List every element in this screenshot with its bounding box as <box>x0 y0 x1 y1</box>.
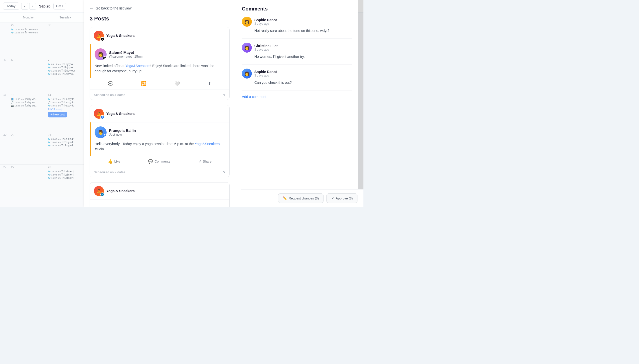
col-header-monday: Monday <box>10 12 47 22</box>
comments-action-2[interactable]: 💬 Comments <box>148 159 170 164</box>
day-6: 6 <box>11 58 46 62</box>
approve-button[interactable]: ✓ Approve (3) <box>326 194 357 203</box>
comment-item-1: 👩 Sophie Danot 3 days ago Not really sur… <box>242 17 352 34</box>
day-20: 20 <box>11 133 46 136</box>
post-link-1[interactable]: Yoga&Sneakers <box>125 64 150 68</box>
comment-time-2: 3 days ago <box>254 48 278 51</box>
comment-header-2: 👩 Christine Filet 3 days ago <box>242 43 352 52</box>
author-social-badge-2: f <box>103 134 107 138</box>
timezone-label: GMT <box>53 3 66 10</box>
comment-avatar-1: 👩 <box>242 17 252 27</box>
day-28: 28 <box>48 166 83 169</box>
all-posts-link[interactable]: All (13 posts) <box>48 108 83 111</box>
comment-text-1: Not really sure about the tone on this o… <box>254 28 352 34</box>
comment-item-2: 👩 Christine Filet 3 days ago No worries.… <box>242 43 352 59</box>
divider-2 <box>242 64 352 64</box>
cal-event: 🐦12:04 pmTr Let's enj <box>48 173 83 176</box>
checkmark-icon: ✓ <box>331 196 334 200</box>
post-card-header-3: 🧘 in Yoga & Sneakers <box>90 182 229 200</box>
like-label: Like <box>114 160 120 163</box>
brand-name-3: Yoga & Sneakers <box>106 189 135 193</box>
retweet-action[interactable]: 🔁 <box>141 81 146 86</box>
cal-event: 🐦11:55 amTr How com <box>11 31 46 34</box>
like-icon: 👍 <box>108 159 113 164</box>
comment-author-info-2: Christine Filet 3 days ago <box>254 44 278 51</box>
post-content-3-empty <box>90 200 229 207</box>
post-card-2: 🧘 f Yoga & Sneakers 👨 f François Bailin … <box>90 105 230 177</box>
facebook-badge-2: f <box>100 115 104 119</box>
post-author-row-2: 👨 f François Bailin Just now <box>95 126 226 138</box>
author-info-2: François Bailin Just now <box>109 128 136 136</box>
comment-avatar-img-1: 👩 <box>242 17 252 27</box>
comment-text-3: Can you check this out? <box>254 80 352 85</box>
like-action-2[interactable]: 👍 Like <box>108 159 120 164</box>
posts-title: 3 Posts <box>90 16 230 22</box>
author-handle-1: @salomemayet · 15min <box>109 54 143 58</box>
share-label: Share <box>203 160 212 163</box>
comment-name-2: Christine Filet <box>254 44 278 48</box>
comment-header-3: 👩 Sophie Danot 3 days ago <box>242 68 352 78</box>
cal-event: 🐦10:23 amTr Let's enj <box>48 170 83 173</box>
action-bar: ✏️ Request changes (3) ✓ Approve (3) <box>241 189 363 207</box>
day-29: 29 <box>11 24 46 27</box>
comment-avatar-3: 👩 <box>242 68 252 78</box>
cal-event: 🐦11:33 amTr Enjoy our <box>48 69 83 72</box>
request-changes-label: Request changes (3) <box>289 196 319 200</box>
comment-item-3: 👩 Sophie Danot 3 days ago Can you check … <box>242 68 352 85</box>
scheduled-text-1: Scheduled on 4 dates <box>94 93 125 97</box>
posts-panel: ← Go back to the list view 3 Posts 🧘 𝕏 Y… <box>84 0 236 207</box>
comments-panel: Comments 👩 Sophie Danot 3 days ago Not r… <box>236 0 358 207</box>
cal-event: 🐦09:14 amTr Enjoy ou <box>48 63 83 66</box>
linkedin-badge-3: in <box>100 192 104 196</box>
back-link[interactable]: ← Go back to the list view <box>90 6 230 10</box>
new-post-button[interactable]: ✈ New post <box>48 112 67 118</box>
day-7: 7 <box>48 58 83 62</box>
back-arrow-icon: ← <box>90 6 94 10</box>
cal-event: 🐦10:22 amTr So glad t <box>48 144 83 147</box>
fb-actions-2: 👍 Like 💬 Comments ↗ Share <box>90 156 229 167</box>
divider-1 <box>242 38 352 39</box>
cal-event: 🐦09:45 amTr So glad t <box>48 138 83 140</box>
post-text-1: New limited offer at Yoga&Sneakers! Enjo… <box>95 63 226 74</box>
post-card-header-2: 🧘 f Yoga & Sneakers <box>90 105 229 122</box>
share-icon: ↗ <box>198 159 201 164</box>
day-30: 30 <box>48 24 83 27</box>
comments-label: Comments <box>154 160 170 163</box>
author-avatar-2: 👨 f <box>95 126 107 138</box>
post-text-2: Hello everybody ! Today enjoy a yoga ses… <box>95 141 226 152</box>
comment-action[interactable]: 💬 <box>108 81 113 86</box>
post-link-2[interactable]: Yoga&Sneakers <box>195 142 220 146</box>
cal-event: 📘11:50 amToday we... <box>11 98 46 100</box>
today-button[interactable]: Today <box>3 2 19 10</box>
cal-event: 🐦10:23 amTr Happy to <box>48 98 83 100</box>
day-21: 21 <box>48 133 83 136</box>
next-button[interactable]: › <box>29 3 36 10</box>
post-card-3: 🧘 in Yoga & Sneakers <box>90 182 230 207</box>
comments-title: Comments <box>242 6 352 12</box>
day-13: 13 <box>11 93 46 97</box>
request-changes-button[interactable]: ✏️ Request changes (3) <box>278 194 323 203</box>
author-handle-2: Just now <box>109 133 136 136</box>
scheduled-row-1: Scheduled on 4 dates ∨ <box>90 90 229 100</box>
comment-name-3: Sophie Danot <box>254 70 277 74</box>
author-name-1: Salomé Mayet <box>109 50 143 54</box>
comment-author-info-3: Sophie Danot 3 days ago <box>254 70 277 77</box>
current-date: Sep 20 <box>38 4 51 8</box>
share-action[interactable]: ⬆ <box>208 81 211 86</box>
author-info-1: Salomé Mayet @salomemayet · 15min <box>109 50 143 58</box>
comment-author-info-1: Sophie Danot 3 days ago <box>254 18 277 26</box>
add-comment-link[interactable]: Add a comment <box>242 95 266 99</box>
pencil-icon: ✏️ <box>283 196 287 200</box>
prev-button[interactable]: ‹ <box>21 3 28 10</box>
share-action-2[interactable]: ↗ Share <box>198 159 212 164</box>
day-27: 27 <box>11 166 46 169</box>
cal-event: 🐦11:34 amTr How com <box>11 28 46 31</box>
twitter-badge-1: 𝕏 <box>100 37 104 41</box>
comment-avatar-img-2: 👩 <box>242 43 252 52</box>
expand-icon-1[interactable]: ∨ <box>223 93 226 97</box>
twitter-actions-1: 💬 🔁 🤍 ⬆ <box>90 78 229 90</box>
like-action[interactable]: 🤍 <box>174 81 180 86</box>
expand-icon-2[interactable]: ∨ <box>223 170 226 174</box>
author-social-badge-1: 𝕏 <box>103 56 107 60</box>
back-label: Go back to the list view <box>96 6 132 10</box>
